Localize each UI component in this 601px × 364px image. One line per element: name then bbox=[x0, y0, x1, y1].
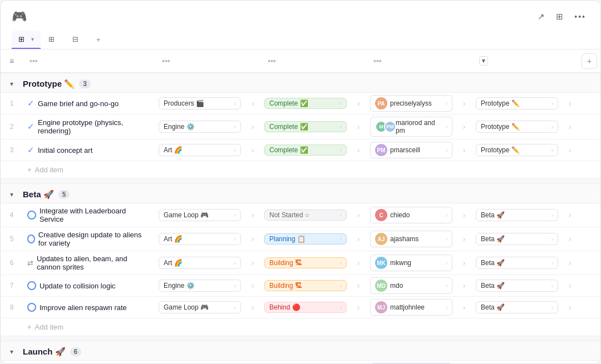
assignees-col-dots[interactable]: ••• bbox=[373, 57, 382, 66]
more-button[interactable]: ••• bbox=[571, 9, 589, 24]
milestone-value[interactable]: Beta 🚀 › bbox=[476, 209, 558, 221]
milestone-value[interactable]: Prototype ✏️ › bbox=[476, 97, 558, 109]
milestone-cell[interactable]: Launch 🚀 › bbox=[472, 363, 561, 363]
assignee-col-more[interactable]: › bbox=[456, 303, 472, 312]
assignee-col-cell[interactable]: C chiedo › bbox=[367, 205, 456, 226]
assignee-cell[interactable]: M PM mariorod and pm › bbox=[370, 117, 452, 137]
assignee-col-cell[interactable]: MJ mattjohnlee › bbox=[367, 297, 456, 318]
assignee-cell[interactable]: C chiedo › bbox=[370, 207, 452, 223]
team-col-more[interactable]: › bbox=[244, 99, 261, 108]
team-col-more[interactable]: › bbox=[244, 235, 261, 243]
row-title[interactable]: ✓ Game brief and go-no-go bbox=[23, 95, 155, 112]
assignee-col-more[interactable]: › bbox=[456, 99, 472, 108]
milestone-value[interactable]: Beta 🚀 › bbox=[476, 257, 558, 269]
new-view-button[interactable]: + bbox=[90, 31, 110, 48]
status-badge[interactable]: Not Started ○ › bbox=[264, 210, 347, 221]
status-badge[interactable]: Complete ✅ › bbox=[264, 144, 347, 156]
assignee-cell[interactable]: M mariorod › bbox=[370, 363, 452, 363]
team-value[interactable]: Art 🌈 › bbox=[159, 257, 241, 269]
row-title[interactable]: Update to collision logic bbox=[23, 278, 155, 293]
tab-standup[interactable]: ⊟ bbox=[66, 31, 88, 49]
group-header-beta[interactable]: ▾ Beta 🚀 5 bbox=[1, 183, 600, 203]
team-cell[interactable]: Engine ⚙️ › bbox=[155, 277, 244, 294]
assignee-col-cell[interactable]: PA preciselyalyss › bbox=[367, 93, 456, 114]
assignee-col-cell[interactable]: M PM mariorod and pm › bbox=[367, 114, 456, 139]
team-cell[interactable]: Game Loop 🎮 › bbox=[155, 207, 244, 223]
status-col-more[interactable]: › bbox=[350, 211, 367, 220]
assignee-col-cell[interactable]: M mariorod › bbox=[367, 361, 456, 363]
add-column-button[interactable]: + bbox=[582, 53, 597, 69]
assignee-cell[interactable]: AJ ajashams › bbox=[370, 231, 452, 247]
row-title[interactable]: ✓ Engine prototype (physics, rendering) bbox=[23, 115, 155, 138]
team-value[interactable]: Art 🌈 › bbox=[159, 144, 241, 156]
status-cell[interactable]: Building 🏗 › bbox=[261, 278, 350, 293]
status-badge[interactable]: Building 🏗 › bbox=[264, 280, 347, 291]
status-badge[interactable]: Planning 📋 › bbox=[264, 233, 347, 245]
team-value[interactable]: Engine ⚙️ › bbox=[159, 121, 241, 133]
milestone-cell[interactable]: Prototype ✏️ › bbox=[472, 95, 561, 112]
assignee-col-cell[interactable]: MK mkwng › bbox=[367, 252, 456, 273]
team-value[interactable]: Engine ⚙️ › bbox=[159, 280, 241, 292]
milestone-cell[interactable]: Beta 🚀 › bbox=[472, 255, 561, 271]
milestone-cell[interactable]: Prototype ✏️ › bbox=[472, 118, 561, 135]
status-cell[interactable]: Complete ✅ › bbox=[261, 96, 350, 111]
status-cell[interactable]: Building 🏗 › bbox=[261, 255, 350, 271]
row-title[interactable]: ✓ Initial concept art bbox=[23, 142, 155, 158]
status-cell[interactable]: Planning 📋 › bbox=[261, 231, 350, 247]
assignee-cell[interactable]: MD mdo › bbox=[370, 277, 452, 294]
assignee-cell[interactable]: PA preciselyalyss › bbox=[370, 95, 452, 112]
row-title[interactable]: Creative design update to aliens for var… bbox=[23, 227, 155, 251]
milestone-value[interactable]: Beta 🚀 › bbox=[476, 233, 558, 245]
title-col-dots[interactable]: ••• bbox=[29, 57, 38, 66]
milestone-cell[interactable]: Beta 🚀 › bbox=[472, 231, 561, 247]
group-header-launch[interactable]: ▾ Launch 🚀 6 bbox=[1, 341, 600, 361]
milestone-value[interactable]: Prototype ✏️ › bbox=[476, 144, 558, 156]
status-col-dots[interactable]: ••• bbox=[268, 57, 276, 66]
grid-button[interactable]: ⊞ bbox=[553, 9, 566, 24]
row-title[interactable]: Integrate with Leaderboard Service bbox=[23, 203, 155, 227]
assignee-col-more[interactable]: › bbox=[456, 258, 472, 267]
assignee-col-more[interactable]: › bbox=[456, 235, 472, 243]
milestone-cell[interactable]: Prototype ✏️ › bbox=[472, 142, 561, 158]
milestone-value[interactable]: Prototype ✏️ › bbox=[476, 121, 558, 133]
team-value[interactable]: Game Loop 🎮 › bbox=[159, 209, 241, 221]
assignee-col-more[interactable]: › bbox=[456, 146, 472, 154]
milestone-cell[interactable]: Beta 🚀 › bbox=[472, 299, 561, 316]
row-title[interactable]: Improve alien respawn rate bbox=[23, 300, 155, 315]
milestone-col-more[interactable]: › bbox=[561, 122, 578, 131]
tab-the-plan[interactable]: ⊞ ▾ bbox=[12, 31, 41, 49]
milestone-cell[interactable]: Beta 🚀 › bbox=[472, 207, 561, 223]
team-cell[interactable]: Art 🌈 › bbox=[155, 142, 244, 158]
assignee-cell[interactable]: MK mkwng › bbox=[370, 255, 452, 271]
filter-button[interactable]: ≡ bbox=[1, 53, 23, 69]
assignee-cell[interactable]: MJ mattjohnlee › bbox=[370, 299, 452, 316]
assignee-col-cell[interactable]: PM pmarsceill › bbox=[367, 139, 456, 161]
team-cell[interactable]: Game Loop 🎮 › bbox=[155, 299, 244, 316]
assignee-col-cell[interactable]: AJ ajashams › bbox=[367, 228, 456, 250]
status-badge[interactable]: Complete ✅ › bbox=[264, 98, 347, 109]
milestones-dropdown-icon[interactable]: ▾ bbox=[479, 56, 488, 66]
milestone-col-more[interactable]: › bbox=[561, 303, 578, 312]
milestone-col-more[interactable]: › bbox=[561, 99, 578, 108]
team-cell[interactable]: Producers 🎬 › bbox=[155, 363, 244, 363]
status-col-more[interactable]: › bbox=[350, 281, 367, 290]
status-col-more[interactable]: › bbox=[350, 122, 367, 131]
status-cell[interactable]: Not Started ○ › bbox=[261, 207, 350, 223]
tab-game-loop-backlog[interactable]: ⊞ bbox=[42, 31, 65, 49]
status-col-more[interactable]: › bbox=[350, 258, 367, 267]
status-col-more[interactable]: › bbox=[350, 99, 367, 108]
team-col-more[interactable]: › bbox=[244, 258, 261, 267]
milestone-col-more[interactable]: › bbox=[561, 281, 578, 290]
team-cell[interactable]: Producers 🎬 › bbox=[155, 95, 244, 112]
status-badge[interactable]: Behind 🔴 › bbox=[264, 302, 347, 313]
status-col-more[interactable]: › bbox=[350, 235, 367, 243]
assignee-col-more[interactable]: › bbox=[456, 211, 472, 220]
status-col-more[interactable]: › bbox=[350, 303, 367, 312]
assignee-col-more[interactable]: › bbox=[456, 281, 472, 290]
status-cell[interactable]: Complete ✅ › bbox=[261, 119, 350, 134]
add-item-prototype[interactable]: + Add item bbox=[1, 161, 600, 179]
milestone-cell[interactable]: Beta 🚀 › bbox=[472, 277, 561, 294]
team-cell[interactable]: Engine ⚙️ › bbox=[155, 118, 244, 135]
team-col-more[interactable]: › bbox=[244, 211, 261, 220]
assignee-cell[interactable]: PM pmarsceill › bbox=[370, 142, 452, 158]
